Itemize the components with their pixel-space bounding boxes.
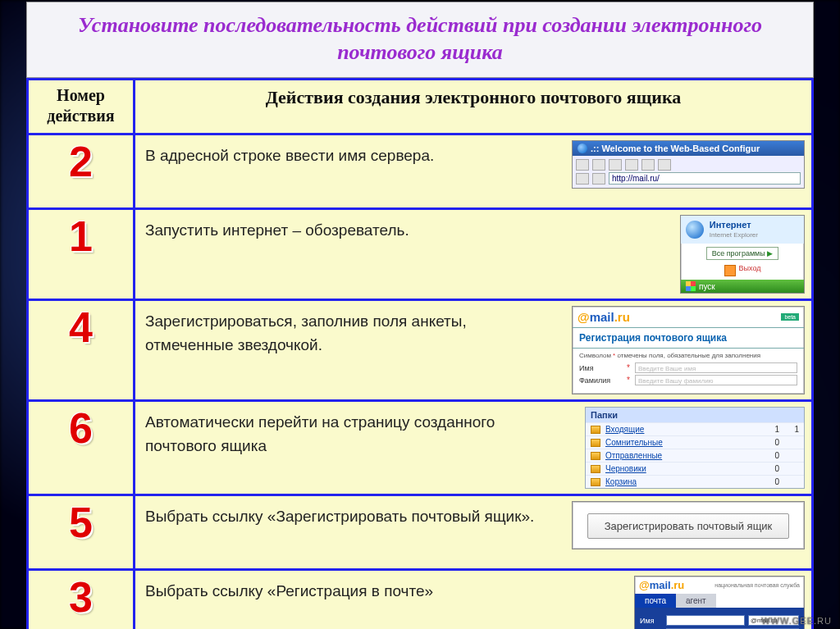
table-row: 2 В адресной строке ввести имя сервера. … [28, 134, 813, 209]
folder-row[interactable]: Корзина0 [586, 475, 804, 488]
step-text: В адресной строке ввести имя сервера. [135, 135, 565, 207]
form-heading: Регистрация почтового ящика [573, 327, 804, 349]
folder-row[interactable]: Черновики0 [586, 462, 804, 475]
folders-heading: Папки [586, 408, 804, 422]
screenshot-registration-form: @mail.ru beta Регистрация почтового ящик… [572, 306, 805, 394]
table-row: 1 Запустить интернет – обозреватель. Инт… [28, 209, 813, 300]
folder-row[interactable]: Входящие11 [586, 422, 804, 435]
screenshot-browser-bar: .:: Welcome to the Web-Based Configur ht… [572, 140, 805, 189]
folder-icon [591, 439, 600, 447]
table-row: 5 Выбрать ссылку «Зарегистрировать почто… [28, 495, 813, 570]
required-note: Символом * отмечены поля, обязательные д… [579, 352, 797, 359]
app-sublabel: Internet Explorer [710, 231, 758, 239]
tab-mail[interactable]: почта [635, 594, 676, 608]
step-number: 2 [29, 140, 133, 183]
step-number: 1 [29, 215, 133, 258]
url-input[interactable]: http://mail.ru/ [609, 172, 801, 185]
mailru-logo: @mail.ru [639, 579, 684, 591]
step-text: Выбрать ссылку «Регистрация в почте» [135, 571, 565, 629]
tab-agent[interactable]: агент [676, 594, 716, 608]
beta-badge: beta [781, 313, 799, 321]
steps-table: Номер действия Действия создания электро… [26, 78, 814, 629]
start-button[interactable]: пуск [681, 280, 804, 293]
screenshot-folders: Папки Входящие11 Сомнительные0 Отправлен… [585, 407, 805, 489]
app-label: Интернет [710, 220, 751, 230]
step-number: 6 [29, 407, 133, 449]
col-header-desc: Действия создания электронного почтового… [135, 80, 813, 134]
folder-icon [591, 478, 600, 486]
table-row: 3 Выбрать ссылку «Регистрация в почте» @… [28, 570, 813, 629]
register-mailbox-button[interactable]: Зарегистрировать почтовый ящик [587, 513, 790, 539]
label-lastname: Фамилия [579, 376, 622, 385]
folder-row[interactable]: Сомнительные0 [586, 435, 804, 449]
logo-subtitle: национальная почтовая служба [714, 582, 800, 588]
screenshot-start-menu: ИнтернетInternet Explorer Все программы … [680, 215, 805, 294]
screenshot-register-button: Зарегистрировать почтовый ящик [572, 501, 805, 549]
login-field[interactable] [666, 615, 745, 626]
logoff-link[interactable]: Выход [739, 264, 761, 272]
table-row: 6 Автоматически перейти на страницу созд… [28, 401, 813, 495]
ie-icon [578, 144, 587, 153]
step-text: Зарегистрироваться, заполнив поля анкеты… [135, 301, 565, 399]
folder-icon [591, 465, 600, 473]
step-number: 3 [29, 576, 133, 618]
step-number: 4 [29, 306, 133, 349]
firstname-field[interactable]: Введите Ваше имя [635, 362, 797, 373]
label-login: Имя [640, 617, 663, 625]
slide-title: Установите последовательность действий п… [26, 2, 814, 78]
step-text: Запустить интернет – обозреватель. [135, 210, 565, 299]
mailru-logo: @mail.ru [578, 310, 630, 324]
table-row: 4 Зарегистрироваться, заполнив поля анке… [28, 300, 813, 401]
watermark: WWW.GEE.RU [761, 616, 832, 626]
step-text: Автоматически перейти на страницу создан… [135, 402, 565, 494]
logoff-icon [724, 265, 736, 276]
all-programs-button[interactable]: Все программы ▶ [706, 247, 779, 260]
col-header-number: Номер действия [28, 80, 135, 134]
ie-icon [686, 221, 704, 239]
folder-icon [591, 452, 600, 460]
windows-icon [686, 281, 696, 291]
label-firstname: Имя [579, 364, 622, 372]
lastname-field[interactable]: Введите Вашу фамилию [635, 375, 797, 385]
folder-icon [591, 426, 600, 434]
step-number: 5 [29, 501, 133, 544]
folder-row[interactable]: Отправленные0 [586, 449, 804, 462]
step-text: Выбрать ссылку «Зарегистрировать почтовы… [135, 496, 565, 568]
window-title: .:: Welcome to the Web-Based Configur [591, 144, 760, 153]
